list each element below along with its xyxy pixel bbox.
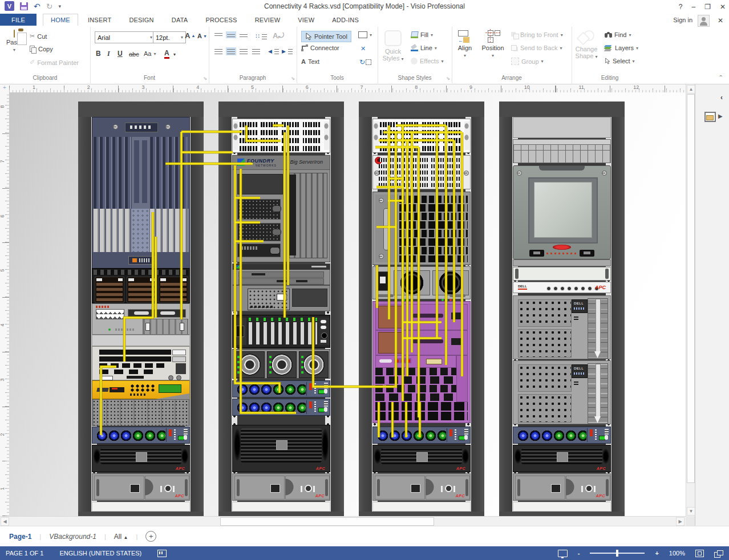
blank-panel[interactable] [513, 117, 611, 138]
text-tool-button[interactable]: A Text [301, 58, 319, 65]
load-balancer[interactable] [92, 303, 190, 335]
foundry-fastiron[interactable] [232, 263, 330, 285]
switch-windows-icon[interactable] [714, 550, 722, 557]
align-top-button[interactable] [214, 33, 222, 36]
blank-panel[interactable] [372, 502, 471, 512]
position-button[interactable]: Position▾ [478, 30, 508, 59]
fit-page-icon[interactable] [695, 550, 704, 557]
scroll-up-arrow[interactable]: ▲ [687, 85, 695, 94]
power-distribution-panel[interactable] [232, 399, 330, 416]
battery-module[interactable]: APC [232, 473, 330, 501]
power-distribution-panel[interactable] [513, 427, 611, 444]
blade-chassis[interactable] [232, 315, 330, 348]
purple-switch-chassis[interactable] [372, 301, 471, 423]
fan-tray[interactable] [232, 349, 330, 379]
shrink-font-button[interactable]: A▼ [197, 33, 207, 39]
pointer-tool-button[interactable]: Pointer Tool [301, 31, 351, 42]
stencil-icon[interactable] [704, 112, 716, 122]
horizontal-scrollbar[interactable]: ◀ ▶ [0, 516, 686, 526]
tab-home[interactable]: HOME [43, 14, 78, 26]
keyboard-drawer[interactable] [513, 267, 611, 281]
cable-organizer[interactable] [513, 139, 611, 163]
power-distribution-panel[interactable] [372, 427, 471, 444]
mesh-panel[interactable] [92, 399, 190, 426]
blank-panel[interactable] [513, 502, 611, 512]
kvm-console[interactable] [513, 165, 611, 259]
horizontal-scroll-thumb[interactable] [220, 517, 434, 526]
account-avatar[interactable] [698, 15, 710, 27]
patch-panel[interactable] [372, 119, 471, 153]
zoom-slider-thumb[interactable] [616, 550, 618, 557]
align-bottom-button[interactable] [240, 34, 248, 37]
new-page-button[interactable]: + [145, 531, 156, 542]
expand-panel-chevron[interactable]: ‹ [720, 94, 723, 102]
tab-process[interactable]: PROCESS [197, 14, 245, 26]
line-button[interactable]: Line▾ [411, 44, 437, 51]
tab-view[interactable]: VIEW [290, 14, 322, 26]
presentation-mode-icon[interactable] [558, 550, 568, 557]
tab-insert[interactable]: INSERT [80, 14, 119, 26]
text-rotate-button[interactable]: A⤾ [273, 31, 284, 40]
blank-spacer[interactable] [92, 335, 190, 346]
status-page-indicator[interactable]: PAGE 1 OF 1 [6, 550, 43, 557]
minimize-button[interactable]: – [691, 3, 695, 11]
fill-button[interactable]: Fill▾ [411, 31, 433, 38]
horizontal-ruler[interactable]: 123456789101112 [9, 84, 686, 93]
font-color-button[interactable]: A [164, 49, 169, 59]
font-family-combo[interactable]: Arial▾ [95, 31, 155, 43]
maximize-button[interactable]: ❐ [704, 3, 711, 11]
group-button[interactable]: Group▾ [511, 58, 544, 65]
format-painter-button[interactable]: ✐ Format Painter [30, 59, 79, 66]
console-switch[interactable]: DELL APC [513, 282, 611, 293]
collapse-ribbon-button[interactable]: ⌃ [719, 74, 723, 80]
power-distribution-panel[interactable] [92, 427, 190, 444]
find-button[interactable]: Find▾ [605, 31, 631, 38]
scroll-down-arrow[interactable]: ▼ [687, 507, 695, 516]
tab-design[interactable]: DESIGN [121, 14, 161, 26]
layers-button[interactable]: Layers▾ [605, 44, 638, 51]
justify-button[interactable] [252, 48, 260, 54]
grow-font-button[interactable]: A▲ [185, 31, 195, 40]
slide-rail[interactable] [513, 259, 611, 266]
drawing-page[interactable]: APC APC [9, 92, 686, 516]
shape-styles-dialog-launcher[interactable]: ⇘ [446, 76, 450, 81]
font-dialog-launcher[interactable]: ⇘ [203, 76, 207, 81]
rectangle-tool-button[interactable]: ▾ [358, 31, 372, 38]
power-supply-shelf[interactable] [232, 285, 330, 311]
tab-file[interactable]: FILE [0, 14, 37, 26]
rack-3[interactable]: APC APC [359, 102, 484, 516]
disk-shelf[interactable] [92, 268, 190, 303]
patch-panel[interactable] [232, 119, 330, 153]
ups-unit[interactable]: APC [92, 445, 190, 472]
all-pages-button[interactable]: All ▲ [114, 533, 128, 541]
rack-1[interactable]: APC APC [78, 102, 204, 516]
bring-to-front-button[interactable]: Bring to Front▾ [511, 31, 563, 38]
ups-unit[interactable]: APC [513, 445, 611, 472]
increase-indent-button[interactable]: ▶ [282, 48, 293, 54]
tab-data[interactable]: DATA [164, 14, 196, 26]
scroll-left-arrow[interactable]: ◀ [1, 517, 9, 526]
copy-button[interactable]: Copy [30, 46, 53, 52]
dell-server[interactable]: DELL [513, 360, 611, 424]
paste-button[interactable]: Paste▾ [1, 30, 27, 54]
zoom-level[interactable]: 100% [669, 550, 685, 557]
modular-switch[interactable] [92, 346, 190, 380]
strikethrough-button[interactable]: abc [129, 51, 139, 58]
blank-panel[interactable] [232, 502, 330, 512]
dell-server[interactable]: DELL [513, 295, 611, 359]
font-color-dropdown[interactable]: ▾ [173, 52, 176, 57]
patch-panel-dense[interactable] [372, 155, 471, 189]
connection-point-tool-button[interactable]: ✕ [361, 45, 366, 52]
align-right-button[interactable] [240, 48, 248, 54]
close-button[interactable]: ✕ [720, 3, 726, 11]
help-button[interactable]: ? [679, 3, 683, 11]
ups-unit[interactable]: APC [232, 425, 330, 472]
zoom-in-button[interactable]: + [655, 550, 658, 557]
align-left-button[interactable] [214, 48, 222, 54]
tab-addins[interactable]: ADD-INS [324, 14, 367, 26]
page-tab-page1[interactable]: Page-1 [9, 533, 31, 541]
zoom-out-button[interactable]: - [578, 550, 580, 557]
battery-module[interactable]: APC [372, 473, 471, 501]
select-button[interactable]: Select▾ [605, 58, 635, 64]
send-to-back-button[interactable]: Send to Back▾ [511, 44, 562, 51]
